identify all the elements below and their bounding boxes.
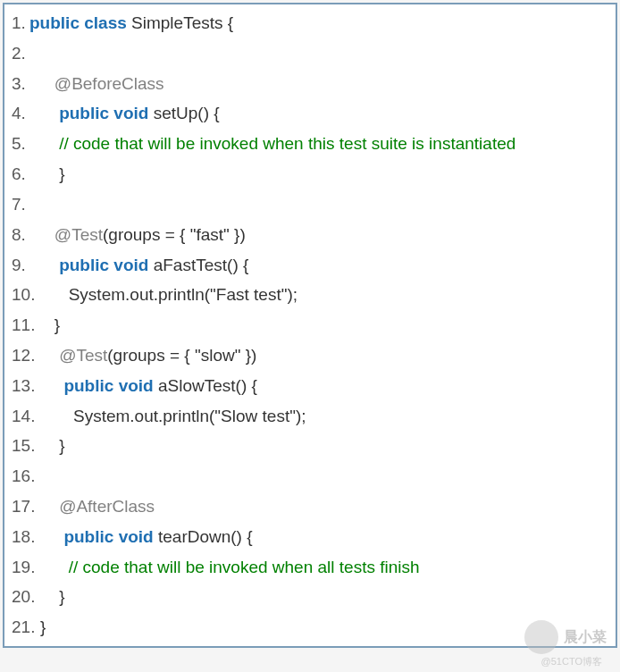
line-number: 6. [12, 159, 40, 189]
line-number: 10. [12, 280, 40, 310]
watermark-text: 晨小菜 [564, 628, 607, 647]
line-content: public void aSlowTest() { [40, 371, 257, 401]
code-line: 7. [12, 189, 608, 220]
line-number: 16. [12, 461, 40, 491]
line-content: @BeforeClass [40, 69, 164, 99]
code-token-ann: @BeforeClass [54, 74, 164, 93]
line-number: 13. [12, 371, 40, 401]
code-token-plain: } [59, 164, 64, 183]
code-token-plain: } [40, 617, 46, 636]
code-token-plain: System.out.println("Fast test"); [69, 285, 297, 304]
code-line: 10. System.out.println("Fast test"); [12, 280, 608, 310]
code-token-kw: public void [63, 376, 153, 395]
code-token-plain: (groups = { "slow" }) [107, 346, 256, 365]
code-line: 6. } [12, 159, 608, 189]
code-token-plain: tearDown() { [154, 527, 253, 546]
line-content: } [40, 612, 46, 643]
code-token-plain: } [59, 587, 64, 606]
code-line: 5. // code that will be invoked when thi… [12, 129, 608, 159]
code-token-comment: // code that will be invoked when this t… [59, 134, 515, 153]
code-token-comment: // code that will be invoked when all te… [69, 558, 420, 576]
code-token-plain: } [54, 315, 60, 334]
watermark: 晨小菜 [524, 620, 607, 654]
line-content: } [40, 582, 64, 612]
code-line: 14. System.out.println("Slow test"); [12, 401, 608, 432]
line-content: @Test(groups = { "fast" }) [40, 220, 246, 250]
line-number: 12. [12, 340, 40, 371]
code-line: 4. public void setUp() { [12, 98, 608, 129]
code-token-plain: setUp() { [148, 104, 219, 122]
code-token-kw: public class [29, 13, 127, 32]
code-token-kw: public void [63, 527, 153, 546]
line-content: public void setUp() { [40, 98, 220, 129]
code-line: 15. } [12, 431, 608, 461]
code-line: 16. [12, 461, 608, 491]
code-line: 11. } [12, 310, 608, 340]
line-number: 19. [12, 552, 40, 583]
code-line: 21.} [12, 612, 608, 643]
code-token-plain: aFastTest() { [148, 256, 248, 274]
line-number: 4. [12, 98, 40, 129]
code-line: 12. @Test(groups = { "slow" }) [12, 340, 608, 371]
line-content: } [40, 431, 64, 461]
code-token-ann: @Test [59, 346, 107, 365]
code-token-kw: public void [59, 104, 148, 122]
line-number: 5. [12, 129, 40, 159]
code-line: 18. public void tearDown() { [12, 522, 608, 552]
code-line: 2. [12, 38, 608, 69]
code-line: 3. @BeforeClass [12, 69, 608, 99]
line-content: public void aFastTest() { [40, 250, 248, 281]
code-line: 8. @Test(groups = { "fast" }) [12, 220, 608, 250]
watermark-subtext: @51CTO博客 [541, 655, 602, 668]
line-number: 2. [12, 38, 40, 69]
code-token-plain: System.out.println("Slow test"); [73, 407, 306, 425]
code-token-plain: } [59, 436, 64, 455]
code-token-kw: public void [59, 256, 148, 274]
line-content: System.out.println("Slow test"); [40, 401, 306, 432]
line-content: public void tearDown() { [40, 522, 253, 552]
code-line: 20. } [12, 582, 608, 612]
line-number: 18. [12, 522, 40, 552]
line-content: } [40, 159, 64, 189]
line-content: @Test(groups = { "slow" }) [40, 340, 256, 371]
line-number: 20. [12, 582, 40, 612]
line-number: 1. [12, 8, 29, 38]
line-number: 3. [12, 69, 40, 99]
line-content: } [40, 310, 60, 340]
watermark-avatar-icon [524, 620, 558, 654]
code-line: 9. public void aFastTest() { [12, 250, 608, 281]
line-number: 9. [12, 250, 40, 281]
code-block: 1.public class SimpleTests {2.3. @Before… [3, 3, 617, 648]
line-number: 21. [12, 612, 40, 643]
code-token-ann: @AfterClass [59, 497, 155, 516]
code-line: 19. // code that will be invoked when al… [12, 552, 608, 583]
code-token-cls: SimpleTests { [131, 13, 233, 32]
line-content: System.out.println("Fast test"); [40, 280, 297, 310]
code-token-ann: @Test [54, 225, 103, 244]
line-content: // code that will be invoked when this t… [40, 129, 515, 159]
line-content: public class SimpleTests { [29, 8, 233, 38]
code-line: 17. @AfterClass [12, 491, 608, 522]
line-number: 15. [12, 431, 40, 461]
code-line: 1.public class SimpleTests { [12, 8, 608, 38]
line-number: 17. [12, 491, 40, 522]
line-content: // code that will be invoked when all te… [40, 552, 420, 583]
code-token-plain: aSlowTest() { [154, 376, 257, 395]
line-content: @AfterClass [40, 491, 155, 522]
code-line: 13. public void aSlowTest() { [12, 371, 608, 401]
line-number: 7. [12, 189, 40, 220]
line-number: 14. [12, 401, 40, 432]
line-number: 8. [12, 220, 40, 250]
code-token-plain: (groups = { "fast" }) [103, 225, 246, 244]
line-number: 11. [12, 310, 40, 340]
